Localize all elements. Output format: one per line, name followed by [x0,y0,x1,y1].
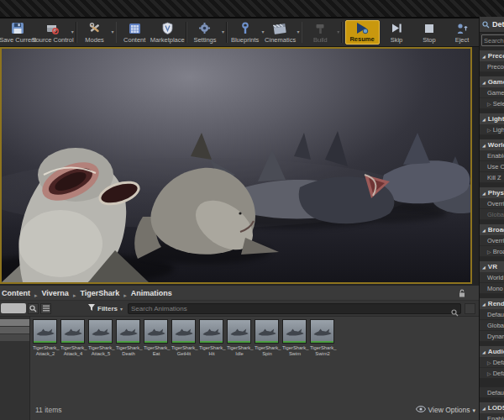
breadcrumb-item[interactable]: TigerShark [80,289,119,297]
settings-button[interactable]: Settings [189,18,224,46]
details-row[interactable]: World to Meters [480,272,504,283]
details-section-header[interactable]: Broadphase [480,224,504,235]
stop-button[interactable]: Stop [413,18,446,46]
marketplace-button[interactable]: Marketplace [151,18,184,46]
details-section-header[interactable]: Physics [480,187,504,198]
asset-tile[interactable]: TigerShark_Swim2 [310,319,335,357]
content-label: Content [123,36,145,44]
asset-thumbnail[interactable] [199,319,223,344]
cinematics-button[interactable]: Cinematics [265,18,300,46]
lock-icon[interactable] [459,289,465,297]
search-toggle-button[interactable] [28,303,39,314]
details-section-header[interactable]: World [480,139,504,150]
chevron-down-icon[interactable] [71,29,74,34]
details-row[interactable]: Selected GameMode [480,98,504,109]
asset-thumbnail[interactable] [33,319,57,344]
details-row[interactable]: Default Reverb Settings [480,357,504,368]
details-search-input[interactable] [481,34,504,46]
asset-thumbnail[interactable] [88,319,113,344]
eject-label: Eject [455,36,470,44]
blueprints-button[interactable]: Blueprints [229,18,265,46]
details-row[interactable]: Kill Z [480,172,504,183]
details-row[interactable]: Enable World Bounds Checks [480,150,504,161]
save-search-button[interactable] [465,303,475,314]
sources-search-input[interactable] [1,303,26,313]
details-row[interactable]: GameMode Override [480,87,504,98]
details-section-header[interactable]: VR [480,261,504,272]
breadcrumb-item[interactable]: Content [2,289,30,297]
details-section-title: VR [488,263,497,270]
source-row[interactable] [0,334,29,341]
asset-thumbnail[interactable] [227,319,251,344]
breadcrumb-item[interactable]: Animations [131,289,172,297]
asset-tile[interactable]: TigerShark_Death [116,319,141,357]
source-row[interactable] [0,319,29,326]
chevron-down-icon[interactable] [297,29,300,34]
asset-thumbnail[interactable] [171,319,196,344]
asset-thumbnail[interactable] [282,319,307,344]
sources-panel[interactable] [0,317,30,420]
asset-thumbnail[interactable] [60,319,85,344]
details-section-header[interactable]: Game Mode [480,76,504,87]
modes-button[interactable]: Modes [79,18,114,46]
details-row[interactable]: Use Client Side Level Streaming [480,161,504,172]
asset-tile[interactable]: TigerShark_Eat [144,319,169,357]
details-row[interactable]: Dynamic Indirect Shadows [480,331,504,342]
content-button[interactable]: Content [118,18,151,46]
details-row[interactable]: Precompute Visibility [480,61,504,72]
details-row[interactable]: Default Base Sound Mix [480,387,504,398]
chevron-down-icon[interactable] [112,29,114,34]
details-section-header[interactable]: LODSystem [480,402,504,413]
details-section-title: Rendering [488,300,504,307]
asset-tile[interactable]: TigerShark_Spin [255,319,280,357]
viewport-scene-sharks [2,49,470,282]
eject-icon [456,22,468,35]
asset-tile[interactable]: TigerShark_GetHit [171,319,197,357]
details-row[interactable]: Default Ambient Zone Settings [480,368,504,379]
save-current-button[interactable]: Save Current [2,18,34,46]
level-viewport[interactable] [0,47,472,284]
asset-label: TigerShark_Attack_4 [60,345,86,357]
details-row[interactable]: Global Gravity Z [480,209,504,220]
asset-tile[interactable]: TigerShark_Idle [227,319,252,357]
details-section-header[interactable]: Rendering [480,298,504,309]
filters-label: Filters [97,305,118,312]
content-browser-icon [129,22,141,35]
asset-label: TigerShark_Attack_5 [88,345,113,357]
details-row[interactable]: Enable Hierarchical LODSystem [480,413,504,420]
asset-tile[interactable]: TigerShark_Attack_4 [60,319,86,357]
asset-tile[interactable]: TigerShark_Swim [282,319,307,357]
asset-thumbnail[interactable] [144,319,168,344]
source-row[interactable] [0,327,29,333]
skip-button[interactable]: Skip [381,18,413,46]
details-row[interactable]: Mono Culling Distance [480,283,504,294]
chevron-down-icon[interactable] [222,29,224,34]
sources-list-toggle-button[interactable] [40,303,51,314]
tab-details[interactable]: Details [480,17,504,33]
asset-tile[interactable]: TigerShark_Hit [199,319,224,357]
details-row[interactable]: Global Distance Field View Distance [480,320,504,331]
source-control-button[interactable]: Source Control [34,18,73,46]
asset-label: TigerShark_Spin [255,345,280,357]
asset-thumbnail[interactable] [255,319,279,344]
details-row[interactable]: Broadphase Settings [480,246,504,257]
asset-thumbnail[interactable] [116,319,140,344]
details-row[interactable]: Default Max Distance Field [480,309,504,320]
content-search-input[interactable] [128,303,461,314]
filters-button[interactable]: Filters [88,304,123,312]
asset-label: TigerShark_Hit [199,345,224,357]
resume-button[interactable]: Resume [345,20,380,45]
eject-button[interactable]: Eject [446,18,479,46]
details-row[interactable]: Lightmass Settings [480,124,504,135]
asset-thumbnail[interactable] [310,319,334,344]
details-section-header[interactable]: Precomputed Visibility [480,50,504,61]
details-section-header[interactable]: Lightmass [480,113,504,124]
details-row[interactable]: Override Default Broadphase Settings [480,235,504,246]
view-options-button[interactable]: View Options [416,406,475,414]
asset-tile[interactable]: TigerShark_Attack_5 [88,319,113,357]
details-section-header[interactable]: Audio [480,346,504,357]
details-row[interactable]: Override World Gravity [480,198,504,209]
animation-type-color-bar [200,341,223,343]
breadcrumb-item[interactable]: Viverna [42,289,69,297]
asset-tile[interactable]: TigerShark_Attack_2 [33,319,58,357]
